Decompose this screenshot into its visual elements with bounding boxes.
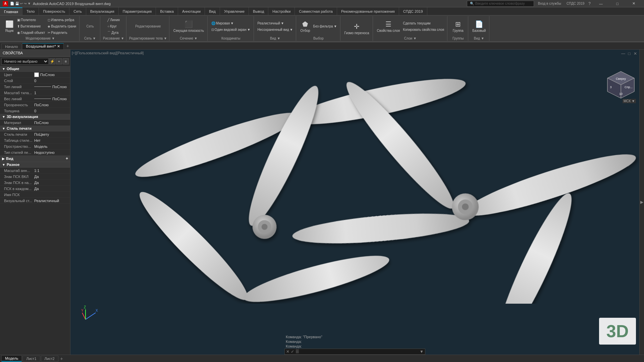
vp-restore-btn[interactable]: □ bbox=[627, 51, 632, 56]
tab-file[interactable]: Воздушный винт* ✕ bbox=[22, 43, 64, 49]
misc-section-header[interactable]: ▼ Разное bbox=[0, 162, 70, 168]
material-value[interactable]: ПоСлою bbox=[34, 121, 68, 125]
prop-toggle-btn[interactable]: ≡ bbox=[63, 58, 69, 64]
extract-edges-label: Извлечь ребра bbox=[51, 18, 74, 22]
tab-insert[interactable]: Вставка bbox=[156, 7, 178, 15]
tab-collab[interactable]: Совместная работа bbox=[295, 7, 337, 15]
annscale-value[interactable]: 1:1 bbox=[34, 169, 68, 173]
color-value[interactable]: ПоСлою bbox=[34, 72, 68, 77]
model-tab-sheet2[interactable]: Лист2 bbox=[41, 356, 58, 362]
make-current-button[interactable]: Сделать текущим bbox=[402, 20, 445, 26]
object-select-dropdown[interactable]: Ничего не выбрано bbox=[1, 58, 49, 65]
linetype-value[interactable]: ПоСлою bbox=[34, 85, 68, 89]
tab-annotations[interactable]: Аннотации bbox=[178, 7, 205, 15]
tab-start[interactable]: Начало bbox=[1, 44, 21, 49]
tab-settings[interactable]: Настройки bbox=[268, 7, 295, 15]
circle-button[interactable]: ○Круг bbox=[106, 23, 121, 29]
title-search-placeholder[interactable]: Введите ключевое слово/фразу bbox=[475, 2, 525, 5]
tab-render[interactable]: Визуализация bbox=[86, 7, 119, 15]
right-panel-toggle[interactable]: ▶ bbox=[639, 50, 644, 355]
cmd-dropdown-icon[interactable]: ▼ bbox=[420, 349, 424, 354]
polytelo-button[interactable]: ▣ Политело bbox=[16, 17, 46, 23]
ucseach-value[interactable]: Да bbox=[34, 187, 68, 191]
login-text[interactable]: Вход в службы bbox=[538, 2, 561, 5]
cmd-text-1: Команда: "Прервано" bbox=[286, 335, 322, 339]
ucson-value[interactable]: Да bbox=[34, 175, 68, 179]
one-viewport-button[interactable]: ⊡Один видовой экран▼ bbox=[210, 26, 252, 33]
no-filter-button[interactable]: Без фильтра▼ bbox=[312, 23, 338, 29]
drawing-group-label: Рисование ▼ bbox=[103, 37, 124, 40]
ucsnav-value[interactable]: Да bbox=[34, 181, 68, 185]
layer-value[interactable]: 0 bbox=[34, 79, 68, 83]
viz3d-section-header[interactable]: ▼ 3D-визуализация bbox=[0, 114, 70, 120]
tab-apps[interactable]: Рекомендованные приложения bbox=[337, 7, 399, 15]
pstyle-value[interactable]: ПоЦвету bbox=[34, 132, 68, 136]
tab-surface[interactable]: Поверхность bbox=[39, 7, 69, 15]
world-button[interactable]: 🌐Мировая▼ bbox=[210, 20, 252, 26]
select-btn[interactable]: ⬟ Отбор bbox=[299, 17, 311, 36]
model-tab-sheet1[interactable]: Лист1 bbox=[22, 356, 40, 362]
general-section-label: Общие bbox=[7, 67, 19, 71]
prop-pstyle-row: Стиль печати ПоЦвету bbox=[0, 131, 70, 137]
print-section-header[interactable]: ▼ Стиль печати bbox=[0, 126, 70, 131]
extract-faces-icon: ◈ bbox=[48, 24, 50, 28]
line-button[interactable]: ╱Линия bbox=[106, 17, 121, 23]
prop-quick-select-btn[interactable]: ⚡ bbox=[49, 58, 55, 64]
model-tab-add-btn[interactable]: + bbox=[59, 356, 64, 361]
group-btn[interactable]: ⊞ Группа bbox=[451, 17, 465, 36]
copy-props-button[interactable]: Копировать свойства слоя bbox=[402, 26, 445, 33]
tab-param[interactable]: Параметризация bbox=[119, 7, 156, 15]
split-button[interactable]: ✂ Разделить bbox=[47, 30, 77, 36]
ltscale-value[interactable]: 1 bbox=[34, 91, 68, 95]
transparency-value[interactable]: ПоСлою bbox=[34, 103, 68, 107]
view-section-header[interactable]: ▶ Вид + bbox=[0, 156, 70, 162]
ptable-value[interactable]: Нет bbox=[34, 138, 68, 142]
general-section-header[interactable]: ▼ Общие bbox=[0, 66, 70, 72]
close-button[interactable]: ✕ bbox=[626, 0, 641, 7]
extrude-button[interactable]: ⬆ Вытягивание bbox=[16, 23, 46, 29]
section-plane-button[interactable]: ⬛ Секущая плоскость bbox=[172, 17, 205, 36]
space-value[interactable]: Модель bbox=[34, 144, 68, 148]
base-btn[interactable]: 📄 Базовый bbox=[471, 17, 487, 36]
tab-view[interactable]: Вид bbox=[205, 7, 220, 15]
thickness-value[interactable]: 0 bbox=[34, 109, 68, 113]
extract-faces-button[interactable]: ◈ Выделить грани bbox=[47, 23, 77, 29]
ribbon-tabs: Главная Тело Поверхность Сеть Визуализац… bbox=[0, 7, 644, 15]
view-add-icon[interactable]: + bbox=[66, 156, 68, 161]
view-section-label: Вид bbox=[6, 157, 13, 161]
visualstyle-value[interactable]: Реалистичный bbox=[34, 199, 68, 203]
section-plane-icon: ⬛ bbox=[184, 20, 193, 28]
maximize-button[interactable]: □ bbox=[610, 0, 625, 7]
tab-manage[interactable]: Управление bbox=[220, 7, 249, 15]
cmd-menu-icon[interactable]: ☰ bbox=[296, 349, 299, 354]
cmd-check-icon[interactable]: ✓ bbox=[291, 349, 294, 354]
lineweight-value[interactable]: ПоСлою bbox=[34, 97, 68, 101]
realistic-dropdown[interactable]: Реалистичный▼ bbox=[257, 20, 294, 26]
vp-minimize-btn[interactable]: — bbox=[621, 51, 626, 56]
gizmo-btn[interactable]: ✛ Гизмо переноса bbox=[343, 19, 371, 38]
tab-solid[interactable]: Тело bbox=[22, 7, 39, 15]
help-icon[interactable]: ? bbox=[588, 1, 591, 6]
model-tab-model[interactable]: Модель bbox=[1, 355, 22, 362]
vp-close-btn[interactable]: ✕ bbox=[633, 51, 638, 56]
layer-props-btn[interactable]: ☰ Свойства слоя bbox=[376, 17, 401, 36]
tab-output[interactable]: Вывод bbox=[249, 7, 268, 15]
spds-text: СПДС 2019 bbox=[567, 2, 584, 5]
command-input[interactable] bbox=[301, 350, 418, 354]
arc-button[interactable]: ⌒Дуга bbox=[106, 30, 121, 36]
smooth-button[interactable]: ◉ Гладкий объект bbox=[16, 30, 46, 36]
linetype-label: Тип линий bbox=[4, 85, 34, 89]
cmd-x-icon[interactable]: ✕ bbox=[286, 349, 289, 354]
add-tab-button[interactable]: + bbox=[64, 43, 71, 49]
prop-add-btn[interactable]: + bbox=[56, 58, 62, 64]
tab-home[interactable]: Главная bbox=[0, 7, 22, 15]
tab-mesh[interactable]: Сеть bbox=[69, 7, 86, 15]
tab-spds[interactable]: СПДС 2019 bbox=[399, 7, 427, 15]
styletype-value[interactable]: Недоступно bbox=[34, 150, 68, 155]
minimize-button[interactable]: — bbox=[593, 0, 608, 7]
box-button[interactable]: ⬜ Ящик bbox=[3, 17, 15, 36]
extract-edges-button[interactable]: ◻ Извлечь ребра bbox=[47, 17, 77, 23]
viewport[interactable]: [=][Пользовательский вид][Реалистичный] bbox=[70, 50, 639, 355]
unsaved-view-dropdown[interactable]: Несохраненный вид▼ bbox=[257, 26, 294, 33]
view-cube[interactable]: Сверху Спр... 3 10 МСК ▼ bbox=[606, 70, 636, 100]
